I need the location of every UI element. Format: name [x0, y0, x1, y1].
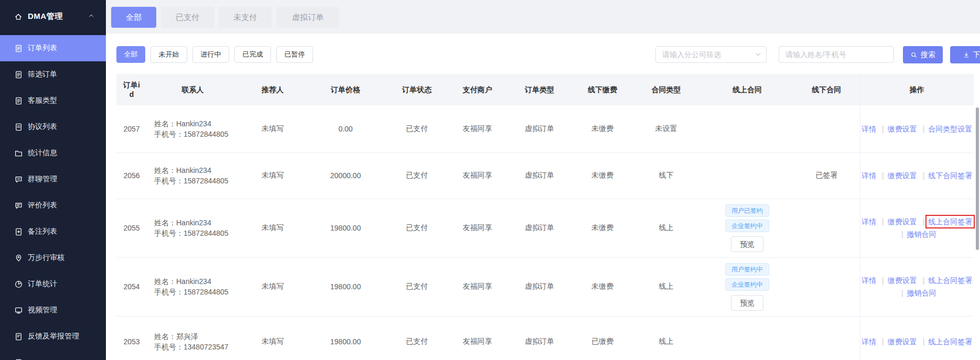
folder-icon: [14, 149, 23, 158]
file-plus-icon: [14, 227, 23, 236]
cell-merchant: 友福同享: [449, 316, 505, 360]
cell-contract-type: 线下: [631, 152, 701, 199]
action-separator: |: [882, 217, 884, 226]
action-link-缴费设置[interactable]: 缴费设置: [888, 125, 917, 133]
cell-order-type: 虚拟订单: [505, 316, 574, 360]
cell-order-id: 2057: [116, 105, 147, 152]
action-link-撤销合同[interactable]: 撤销合同: [907, 289, 936, 297]
action-link-缴费设置[interactable]: 缴费设置: [888, 276, 917, 285]
cell-contract-type: 线上: [631, 316, 701, 360]
vertical-scrollbar[interactable]: [976, 107, 979, 250]
sidebar-item-label: 反馈及举报管理: [28, 332, 79, 341]
cell-offline-contract: [793, 199, 860, 257]
sidebar-item-评价列表[interactable]: 评价列表: [0, 192, 106, 219]
action-link-线上合同签署-highlighted[interactable]: 线上合同签署: [928, 217, 972, 226]
action-link-撤销合同[interactable]: 撤销合同: [907, 230, 936, 238]
column-header-合同类型: 合同类型: [631, 74, 701, 105]
download-button[interactable]: 下载: [950, 46, 980, 63]
cell-price: 20000.00: [307, 152, 384, 199]
action-link-缴费设置[interactable]: 缴费设置: [888, 171, 917, 180]
cell-order-type: 虚拟订单: [505, 257, 574, 316]
column-header-订单价格: 订单价格: [307, 74, 384, 105]
sidebar-item-协议列表[interactable]: 协议列表: [0, 114, 106, 140]
cell-contact: 姓名：Hankin234手机号：15872844805: [147, 257, 239, 316]
cell-online-contract: [701, 316, 793, 360]
sidebar-item-订单统计[interactable]: 订单统计: [0, 271, 106, 297]
sidebar-menu: 订单列表筛选订单客服类型协议列表统计信息群聊管理评价列表备注列表万步行审核订单统…: [0, 34, 106, 360]
action-link-线上合同签署[interactable]: 线上合同签署: [928, 276, 972, 285]
action-separator: |: [901, 230, 903, 238]
sidebar-item-label: 筛选订单: [28, 70, 57, 79]
action-link-详情[interactable]: 详情: [861, 171, 876, 180]
preview-button[interactable]: 预览: [731, 295, 763, 311]
tab-未支付[interactable]: 未支付: [219, 7, 272, 28]
sidebar-item-筛选订单[interactable]: 筛选订单: [0, 61, 106, 88]
filter-button-已完成[interactable]: 已完成: [234, 46, 271, 63]
action-link-线下合同签署[interactable]: 线下合同签署: [928, 171, 972, 180]
filter-button-已暂停[interactable]: 已暂停: [276, 46, 313, 63]
sidebar-item-客服类型[interactable]: 客服类型: [0, 88, 106, 114]
status-badge: 用户签约中: [725, 263, 769, 276]
file-flag-icon: [14, 332, 23, 341]
sidebar-item-备注列表[interactable]: 备注列表: [0, 219, 106, 245]
column-header-联系人: 联系人: [147, 74, 239, 105]
contact-phone: 手机号：15872844805: [154, 287, 234, 297]
action-separator: |: [923, 125, 925, 133]
column-header-订单类型: 订单类型: [505, 74, 574, 105]
cell-offline-pay: 未缴费: [574, 105, 631, 152]
company-filter-input[interactable]: [655, 46, 767, 63]
action-link-详情[interactable]: 详情: [861, 217, 876, 226]
cell-order-id: 2055: [116, 199, 147, 257]
column-header-线上合同: 线上合同: [701, 74, 793, 105]
filter-button-未开始[interactable]: 未开始: [150, 46, 187, 63]
sidebar-item-反馈及举报管理[interactable]: 反馈及举报管理: [0, 323, 106, 350]
sidebar-item-partial-12[interactable]: [0, 350, 106, 360]
table-header-row: 订单id联系人推荐人订单价格订单状态支付商户订单类型线下缴费合同类型线上合同线下…: [116, 74, 974, 105]
column-header-订单状态: 订单状态: [384, 74, 449, 105]
tab-全部[interactable]: 全部: [111, 7, 156, 28]
action-link-详情[interactable]: 详情: [861, 125, 876, 133]
search-button[interactable]: 搜索: [903, 46, 943, 63]
preview-button[interactable]: 预览: [731, 236, 763, 252]
table-body: 2057姓名：Hankin234手机号：15872844805未填写0.00已支…: [116, 105, 974, 360]
company-filter-select[interactable]: [655, 46, 767, 63]
contact-phone: 手机号：15872844805: [154, 129, 234, 139]
sidebar-item-群聊管理[interactable]: 群聊管理: [0, 166, 106, 192]
cell-contract-type: 线上: [631, 257, 701, 316]
cell-online-contract: [701, 152, 793, 199]
cell-referrer: 未填写: [239, 199, 307, 257]
cell-referrer: 未填写: [239, 257, 307, 316]
cell-merchant: 友福同享: [449, 199, 505, 257]
action-link-缴费设置[interactable]: 缴费设置: [888, 337, 917, 346]
tab-虚拟订单[interactable]: 虚拟订单: [276, 7, 339, 28]
filter-button-进行中[interactable]: 进行中: [192, 46, 229, 63]
sidebar-group-dma[interactable]: DMA管理: [0, 0, 106, 34]
cell-contract-type: 未设置: [631, 105, 701, 152]
action-separator: |: [923, 337, 925, 346]
sidebar-item-label: 统计信息: [28, 148, 57, 158]
payment-status-tabs: 全部已支付未支付虚拟订单: [106, 0, 980, 34]
cell-referrer: 未填写: [239, 152, 307, 199]
column-header-推荐人: 推荐人: [239, 74, 307, 105]
action-link-合同类型设置[interactable]: 合同类型设置: [928, 125, 972, 133]
cell-referrer: 未填写: [239, 316, 307, 360]
sidebar-item-视频管理[interactable]: 视频管理: [0, 297, 106, 323]
cell-offline-contract: 已签署: [793, 152, 860, 199]
cell-offline-pay: 未缴费: [574, 199, 631, 257]
sidebar-item-订单列表[interactable]: 订单列表: [0, 35, 106, 61]
cell-order-id: 2054: [116, 257, 147, 316]
action-link-详情[interactable]: 详情: [861, 276, 876, 285]
cell-contract-type: 线上: [631, 199, 701, 257]
cell-online-contract: 用户签约中企业签约中预览: [701, 257, 793, 316]
action-link-线上合同签署[interactable]: 线上合同签署: [928, 337, 972, 346]
cell-status: 已支付: [384, 152, 449, 199]
keyword-search-input[interactable]: [779, 46, 894, 63]
tab-已支付[interactable]: 已支付: [161, 7, 214, 28]
cell-offline-pay: 未缴费: [574, 152, 631, 199]
sidebar-item-统计信息[interactable]: 统计信息: [0, 140, 106, 166]
cell-actions: 详情 |缴费设置 |线上合同签署: [860, 316, 974, 360]
sidebar-item-万步行审核[interactable]: 万步行审核: [0, 245, 106, 271]
filter-button-全部[interactable]: 全部: [116, 46, 145, 63]
action-link-详情[interactable]: 详情: [861, 337, 876, 346]
action-link-缴费设置[interactable]: 缴费设置: [888, 217, 917, 226]
